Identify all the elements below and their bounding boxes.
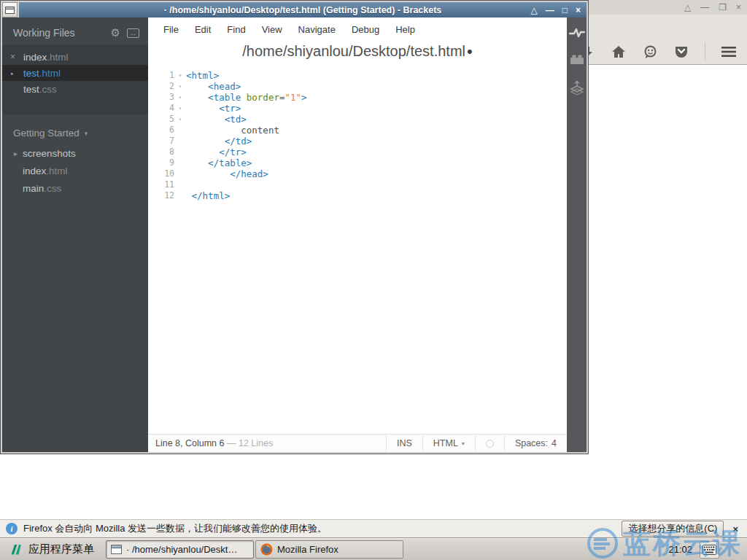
menu-navigate[interactable]: Navigate xyxy=(290,24,344,35)
shade-button[interactable]: △ xyxy=(531,5,538,15)
code-line: 3▾ <table border="1"> xyxy=(148,92,567,103)
code-line: 1▾<html> xyxy=(148,70,567,81)
lint-status-icon[interactable] xyxy=(475,435,504,452)
menu-file[interactable]: File xyxy=(155,24,187,35)
feedback-smiley-icon[interactable] xyxy=(642,44,658,60)
fold-arrow-icon[interactable]: ▾ xyxy=(174,81,186,92)
menubar: File Edit Find View Navigate Debug Help xyxy=(148,18,567,42)
desktop: △ — ❐ × xyxy=(0,0,747,560)
tree-file-main-css[interactable]: main.css xyxy=(2,179,148,197)
line-count: 12 Lines xyxy=(239,438,273,448)
home-icon[interactable] xyxy=(611,44,627,60)
info-icon: i xyxy=(6,523,18,534)
taskbar-window-firefox[interactable]: Mozilla Firefox xyxy=(255,540,403,559)
chevron-down-icon: ▾ xyxy=(462,440,465,447)
menu-find[interactable]: Find xyxy=(219,24,253,35)
fold-arrow-icon[interactable]: ▾ xyxy=(174,92,186,103)
indent-setting[interactable]: Spaces:4 xyxy=(504,435,567,452)
menu-debug[interactable]: Debug xyxy=(344,24,387,35)
keyboard-tray-icon[interactable] xyxy=(700,541,719,559)
folder-arrow-icon[interactable]: ▸ xyxy=(14,149,23,158)
close-file-icon[interactable]: × xyxy=(10,52,23,62)
dirty-indicator-dot: • xyxy=(467,42,473,61)
unsaved-dot-icon: ● xyxy=(10,71,23,76)
working-files-list: × index.html ● test.html test.css xyxy=(2,45,148,114)
clock[interactable]: 21:02 xyxy=(668,544,700,555)
live-preview-icon[interactable] xyxy=(569,27,585,42)
maximize-button[interactable]: □ xyxy=(562,5,568,15)
minimize-button[interactable]: — xyxy=(546,5,554,15)
code-line: 12 </html> xyxy=(148,190,567,201)
code-line: 5▾ <td> xyxy=(148,114,567,125)
code-line: 2▾ <head> xyxy=(148,81,567,92)
project-dropdown[interactable]: Getting Started ▾ xyxy=(2,114,148,144)
code-line: 11 xyxy=(148,179,567,190)
code-line: 8 </tr> xyxy=(148,147,567,158)
code-line: 6 content xyxy=(148,125,567,136)
app-menu-leaf-icon xyxy=(9,543,22,556)
firefox-icon xyxy=(260,543,273,556)
working-files-label: Working Files xyxy=(13,27,75,39)
toolbar-divider xyxy=(705,43,705,61)
working-file-test-html[interactable]: ● test.html xyxy=(2,65,148,81)
menu-help[interactable]: Help xyxy=(387,24,423,35)
sidebar: Working Files ⚙ ↔ × index.html ● test.ht… xyxy=(2,18,148,452)
chevron-down-icon: ▾ xyxy=(85,130,88,137)
document-path-title: /home/shiyanlou/Desktop/test.html• xyxy=(148,42,567,63)
firefox-shade-button[interactable]: △ xyxy=(684,3,691,12)
tree-folder-screenshots[interactable]: ▸ screenshots xyxy=(2,144,148,162)
pocket-icon[interactable] xyxy=(673,44,689,60)
choose-share-info-button[interactable]: 选择想分享的信息(C) xyxy=(622,521,724,537)
window-icon xyxy=(111,545,122,554)
menu-view[interactable]: View xyxy=(254,24,290,35)
tree-file-index-html[interactable]: index.html xyxy=(2,162,148,179)
firefox-close-button[interactable]: × xyxy=(736,3,741,12)
window-title: · /home/shiyanlou/Desktop/test.html (Get… xyxy=(164,5,442,15)
gear-icon[interactable]: ⚙ xyxy=(111,28,120,39)
extension-manager-icon[interactable] xyxy=(570,54,584,68)
fold-arrow-icon[interactable]: ▾ xyxy=(174,103,186,114)
brackets-titlebar: · /home/shiyanlou/Desktop/test.html (Get… xyxy=(19,2,587,18)
firefox-notification-bar: i Firefox 会自动向 Mozilla 发送一些数据，让我们能够改善您的使… xyxy=(0,519,747,538)
hamburger-menu-icon[interactable] xyxy=(721,44,737,60)
split-view-icon[interactable]: ↔ xyxy=(127,28,139,38)
fold-arrow-icon[interactable]: ▾ xyxy=(174,70,186,81)
taskbar: 应用程序菜单 · /home/shiyanlou/Deskt… Mozilla … xyxy=(0,538,747,560)
upload-layers-icon[interactable] xyxy=(570,80,584,99)
firefox-maximize-button[interactable]: ❐ xyxy=(719,3,727,12)
window-menu-icon[interactable] xyxy=(2,2,18,18)
code-line: 7 </td> xyxy=(148,136,567,147)
status-bar: Line 8, Column 6 — 12 Lines INS HTML▾ Sp… xyxy=(148,434,567,452)
menu-edit[interactable]: Edit xyxy=(187,24,219,35)
taskbar-window-brackets[interactable]: · /home/shiyanlou/Deskt… xyxy=(106,540,254,559)
cursor-position: Line 8, Column 6 — 12 Lines xyxy=(148,438,273,448)
editor-pane: File Edit Find View Navigate Debug Help … xyxy=(148,18,567,452)
firefox-minimize-button[interactable]: — xyxy=(700,3,709,12)
working-file-index-html[interactable]: × index.html xyxy=(2,49,148,65)
close-button[interactable]: × xyxy=(576,5,581,15)
notification-text: Firefox 会自动向 Mozilla 发送一些数据，让我们能够改善您的使用体… xyxy=(23,522,327,535)
fold-arrow-icon[interactable]: ▾ xyxy=(174,114,186,125)
code-line: 4▾ <tr> xyxy=(148,103,567,114)
code-line: 10 </head> xyxy=(148,168,567,179)
insert-mode-toggle[interactable]: INS xyxy=(386,435,422,452)
working-file-test-css[interactable]: test.css xyxy=(2,81,148,97)
extension-toolbar xyxy=(567,18,587,452)
code-editor[interactable]: 1▾<html> 2▾ <head> 3▾ <table border="1">… xyxy=(148,63,567,434)
language-selector[interactable]: HTML▾ xyxy=(422,435,475,452)
applications-menu-button[interactable]: 应用程序菜单 xyxy=(3,539,106,560)
code-line: 9 </table> xyxy=(148,158,567,168)
close-notification-icon[interactable]: × xyxy=(729,524,741,534)
brackets-window: · /home/shiyanlou/Desktop/test.html (Get… xyxy=(0,0,589,454)
